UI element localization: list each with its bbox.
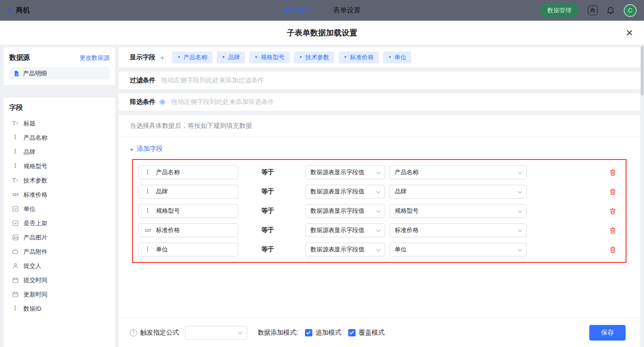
- chip-label: 单位: [394, 53, 406, 62]
- display-field-chip[interactable]: ▼标准价格: [339, 51, 379, 63]
- display-field-chips: ▼产品名称 ▼品牌 ▼规格型号 ▼技术参数 ▼标准价格 ▼单位: [172, 51, 412, 63]
- field-item-update-time[interactable]: 更新时间: [9, 287, 109, 301]
- rule-target-select[interactable]: 品牌: [390, 185, 527, 199]
- field-item-product-name[interactable]: I 产品名称: [9, 131, 109, 145]
- rule-source-select[interactable]: 数据源表显示字段值: [305, 204, 385, 218]
- rule-target-select[interactable]: 单位: [390, 243, 527, 256]
- datasource-selected-item[interactable]: 产品明细: [9, 67, 109, 80]
- topbar-right: 数据管理 办 C: [540, 4, 637, 17]
- fill-rule-row: I 产品名称 等于 数据源表显示字段值 产品名称: [136, 163, 623, 182]
- text-icon: I: [11, 135, 19, 141]
- screen-condition-placeholder: 拖动左侧字段到此处来添加筛选条件: [171, 98, 274, 106]
- chevron-down-icon: [238, 330, 243, 334]
- modal-header: 子表单数据加载设置 ×: [0, 21, 644, 45]
- delete-rule-icon[interactable]: [610, 208, 616, 215]
- field-item-unit[interactable]: 单位: [9, 202, 109, 216]
- field-item-label: 是否上架: [23, 219, 47, 228]
- fill-rule-row: I 规格型号 等于 数据源表显示字段值 规格型号: [136, 201, 623, 221]
- add-display-field-button[interactable]: +: [160, 54, 165, 62]
- chip-label: 品牌: [228, 53, 240, 62]
- chip-label: 产品名称: [184, 53, 207, 62]
- chevron-down-icon: [518, 247, 523, 251]
- delete-rule-icon[interactable]: [610, 227, 616, 234]
- rule-field-box[interactable]: 123 标准价格: [138, 223, 238, 237]
- rule-source-select[interactable]: 数据源表显示字段值: [305, 223, 385, 237]
- rule-field-box[interactable]: I 规格型号: [138, 204, 238, 218]
- tab-form-design[interactable]: 表单设计: [283, 6, 311, 15]
- field-item-label: 产品图片: [23, 233, 47, 242]
- help-icon[interactable]: ?: [130, 329, 137, 336]
- text-icon: I: [11, 163, 19, 169]
- display-field-chip[interactable]: ▼技术参数: [294, 51, 334, 63]
- text-icon: I: [11, 149, 19, 155]
- display-field-chip[interactable]: ▼单位: [383, 51, 412, 63]
- rule-field-box[interactable]: I 单位: [138, 243, 238, 256]
- change-datasource-link[interactable]: 更改数据源: [80, 54, 109, 62]
- filter-condition-placeholder: 拖动左侧字段到此处来添加过滤条件: [161, 76, 264, 85]
- field-item-title[interactable]: 标题: [9, 116, 109, 131]
- rule-source-value: 数据源表显示字段值: [310, 226, 364, 234]
- filter-condition-bar[interactable]: 过滤条件 拖动左侧字段到此处来添加过滤条件: [119, 72, 640, 89]
- app-icon[interactable]: 办: [588, 6, 598, 15]
- rule-field-box[interactable]: I 产品名称: [138, 165, 238, 179]
- modal-title: 子表单数据加载设置: [287, 28, 357, 38]
- caret-down-icon: ▼: [222, 56, 225, 59]
- chevron-down-icon: [518, 228, 523, 232]
- rule-field-label: 标准价格: [156, 226, 180, 234]
- field-item-attachment[interactable]: 产品附件: [9, 245, 109, 259]
- append-mode-checkbox[interactable]: 追加模式: [305, 329, 341, 337]
- chevron-down-icon: [376, 247, 381, 251]
- screen-condition-bar[interactable]: 筛选条件 拖动左侧字段到此处来添加筛选条件: [119, 93, 640, 111]
- formula-select[interactable]: [185, 326, 247, 340]
- chevron-down-icon: [376, 208, 381, 213]
- rule-source-value: 数据源表显示字段值: [310, 188, 364, 196]
- rule-field-box[interactable]: I 品牌: [138, 185, 238, 199]
- gear-icon[interactable]: [159, 99, 166, 105]
- display-field-chip[interactable]: ▼规格型号: [249, 51, 290, 63]
- topbar-tabs: 表单设计 表单设置: [283, 0, 361, 21]
- scrollbar-thumb[interactable]: [641, 46, 644, 96]
- field-item-spec[interactable]: I 规格型号: [9, 159, 109, 173]
- display-field-chip[interactable]: ▼品牌: [217, 51, 245, 63]
- data-manage-button[interactable]: 数据管理: [540, 4, 579, 17]
- rule-target-select[interactable]: 规格型号: [390, 204, 527, 218]
- display-field-chip[interactable]: ▼产品名称: [172, 51, 213, 63]
- field-item-data-id[interactable]: I 数据ID: [9, 301, 109, 316]
- chip-label: 技术参数: [305, 53, 329, 62]
- delete-rule-icon[interactable]: [610, 246, 616, 253]
- rule-target-select[interactable]: 产品名称: [390, 165, 527, 179]
- bell-icon[interactable]: [607, 6, 615, 15]
- delete-rule-icon[interactable]: [610, 188, 616, 195]
- avatar[interactable]: C: [624, 4, 637, 17]
- rule-target-value: 规格型号: [395, 207, 419, 215]
- rule-source-select[interactable]: 数据源表显示字段值: [305, 165, 385, 179]
- rule-target-select[interactable]: 标准价格: [390, 223, 527, 237]
- close-icon[interactable]: ×: [626, 27, 633, 39]
- field-item-submit-time[interactable]: 提交时间: [9, 273, 109, 287]
- rule-source-select[interactable]: 数据源表显示字段值: [305, 185, 385, 199]
- delete-rule-icon[interactable]: [610, 169, 616, 176]
- field-item-submitter[interactable]: 提交人: [9, 259, 109, 273]
- text-icon: I: [144, 170, 152, 176]
- select-icon: [11, 220, 19, 226]
- save-button[interactable]: 保存: [589, 325, 626, 341]
- select-icon: [11, 206, 19, 212]
- tab-form-settings[interactable]: 表单设置: [333, 6, 361, 15]
- chip-label: 规格型号: [261, 53, 285, 62]
- datasource-panel: 数据源 更改数据源 产品明细: [4, 47, 115, 85]
- caret-down-icon: ▼: [344, 56, 347, 59]
- back-page-label[interactable]: 商机: [16, 6, 30, 15]
- display-fields-label: 显示字段: [130, 53, 155, 62]
- field-item-price[interactable]: 123 标准价格: [9, 188, 109, 202]
- rule-target-value: 单位: [395, 245, 407, 254]
- overwrite-mode-checkbox[interactable]: 覆盖模式: [348, 329, 385, 337]
- back-button[interactable]: [7, 7, 12, 14]
- topbar-left: 商机: [7, 6, 30, 15]
- chevron-down-icon: [376, 228, 381, 232]
- field-item-product-image[interactable]: 产品图片: [9, 230, 109, 245]
- field-item-on-shelf[interactable]: 是否上架: [9, 216, 109, 230]
- rule-source-select[interactable]: 数据源表显示字段值: [305, 243, 385, 256]
- field-item-tech-params[interactable]: 技术参数: [9, 173, 109, 188]
- field-item-brand[interactable]: I 品牌: [9, 145, 109, 159]
- add-field-button[interactable]: + 添加字段: [130, 145, 163, 153]
